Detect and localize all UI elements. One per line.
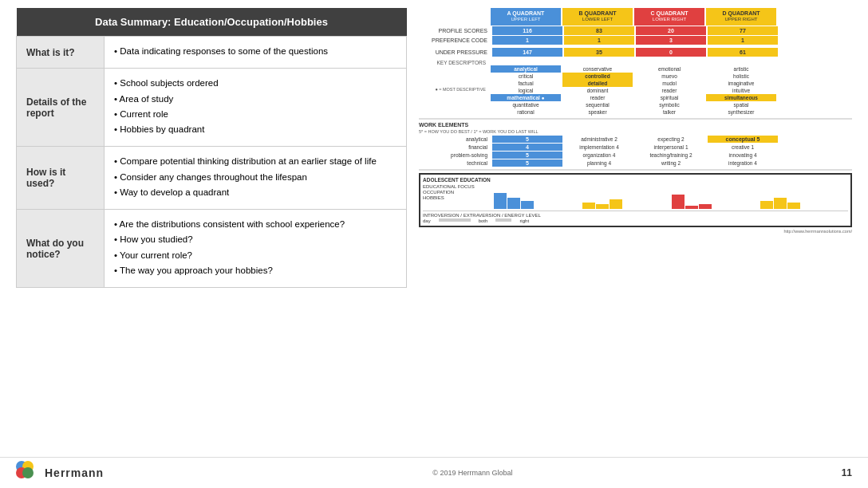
list-item: Hobbies by quadrant <box>114 123 397 136</box>
kd-spacer-c <box>634 60 704 65</box>
kd-c-7: talker <box>634 108 704 116</box>
section-div-2 <box>419 169 852 171</box>
work-row-4: technical 5 planning 4 writing 2 integra… <box>419 159 852 167</box>
work-row-1: analytical 5 administrative 2 expecting … <box>419 136 852 143</box>
list-item: School subjects ordered <box>114 77 397 90</box>
kd-d-4: intuitive <box>706 87 776 94</box>
intro-bars: day both right <box>423 218 848 223</box>
work-val-b2: implementation 4 <box>564 144 634 151</box>
logo-circle-green <box>22 467 34 478</box>
work-row-2: financial 4 implementation 4 interperson… <box>419 144 852 151</box>
work-val-b1: administrative 2 <box>564 136 634 143</box>
list-item: Way to develop a quadrant <box>114 186 397 199</box>
page: Data Summary: Education/Occupation/Hobbi… <box>0 0 868 488</box>
kd-row-1: analytical conservative emotional artist… <box>419 65 852 73</box>
kd-spacer-d <box>706 60 776 65</box>
list-item: Consider any changes throughout the life… <box>114 171 397 184</box>
kd-row-7: rational speaker talker synthesizer <box>419 108 852 116</box>
up-b: 35 <box>564 48 634 57</box>
up-c: 0 <box>636 48 706 57</box>
profile-score-c: 20 <box>636 26 706 35</box>
table-header-row: Data Summary: Education/Occupation/Hobbi… <box>17 8 407 37</box>
kd-b-4: dominant <box>562 87 633 94</box>
footer-logo: Herrmann <box>16 461 104 485</box>
work-val-b4: planning 4 <box>564 159 634 167</box>
footer-copyright: © 2019 Herrmann Global <box>432 469 512 477</box>
kd-b-1: conservative <box>562 65 633 73</box>
adol-bars-d <box>760 198 848 209</box>
kd-lbl-6 <box>419 101 489 108</box>
kd-d-1: artistic <box>706 65 776 73</box>
pref-c: 3 <box>636 36 706 45</box>
work-val-d3: innovating 4 <box>708 152 778 159</box>
work-val-c1: expecting 2 <box>636 136 706 143</box>
quadrant-header-b: B QUADRANT LOWER LEFT <box>562 8 633 26</box>
summary-table: Data Summary: Education/Occupation/Hobbi… <box>16 8 407 288</box>
work-val-a3: 5 <box>492 152 562 159</box>
under-pressure-row: UNDER PRESSURE 147 35 0 61 <box>419 48 852 57</box>
quadrant-data: A QUADRANT UPPER LEFT B QUADRANT LOWER L… <box>419 8 852 234</box>
table-title: Data Summary: Education/Occupation/Hobbi… <box>17 8 407 37</box>
list-item: Data indicating responses to some of the… <box>114 45 397 58</box>
list-item: The way you approach your hobbies? <box>114 264 397 277</box>
logo-text: Herrmann <box>45 466 104 479</box>
kd-b-7: speaker <box>562 108 633 116</box>
adolescent-box: ADOLESCENT EDUCATION EDUCATIONAL FOCUS O… <box>419 173 852 227</box>
work-val-c4: writing 2 <box>636 159 706 167</box>
kd-row-5: mathematical ● reader spiritual simultan… <box>419 94 852 101</box>
kd-a-2: critical <box>491 73 561 80</box>
list-item: Area of study <box>114 92 397 106</box>
kd-a-5: mathematical ● <box>491 94 561 101</box>
kd-c-1: emotional <box>634 65 704 73</box>
bar-b3 <box>610 199 622 209</box>
kd-row-4: ● = MOST DESCRIPTIVE logical dominant re… <box>419 87 852 94</box>
work-val-c3: teaching/training 2 <box>636 152 706 159</box>
details-list: School subjects ordered Area of study Cu… <box>114 77 397 136</box>
adol-content: ADOLESCENT EDUCATION EDUCATIONAL FOCUS O… <box>423 177 848 209</box>
kd-lbl-5 <box>419 94 489 101</box>
bar-c2 <box>685 206 698 209</box>
kd-c-5: spiritual <box>634 94 704 101</box>
main-content: Data Summary: Education/Occupation/Hobbi… <box>0 0 868 457</box>
work-lbl-3: problem-solving <box>419 152 491 158</box>
work-val-d2: creative 1 <box>708 144 778 151</box>
list-item: How you studied? <box>114 233 397 246</box>
bar-a1 <box>494 193 507 209</box>
pref-b: 1 <box>564 36 634 45</box>
website-link: http://www.herrmannsolutions.com/ <box>419 229 852 234</box>
key-desc-header-row: KEY DESCRIPTORS <box>419 60 852 65</box>
work-val-a1: 5 <box>492 136 562 143</box>
row-content-how: Compare potential thinking distribution … <box>105 147 407 210</box>
kd-lbl-1 <box>419 65 489 73</box>
left-panel: Data Summary: Education/Occupation/Hobbi… <box>16 8 407 449</box>
list-item: Current role <box>114 108 397 121</box>
row-content-details: School subjects ordered Area of study Cu… <box>105 69 407 147</box>
work-val-b3: organization 4 <box>564 152 634 159</box>
profile-scores-row: PROFILE SCORES 116 83 20 77 <box>419 26 852 35</box>
work-val-a4: 5 <box>492 159 562 167</box>
work-lbl-4: technical <box>419 160 491 166</box>
kd-d-6: spatial <box>706 101 776 108</box>
bar-c1 <box>672 195 685 209</box>
kd-a-1: analytical <box>491 65 561 73</box>
bar-a3 <box>521 201 534 209</box>
kd-spacer-a <box>491 60 561 65</box>
profile-score-d: 77 <box>708 26 778 35</box>
adol-bars-a <box>494 193 582 209</box>
kd-b-2: controlled <box>562 73 633 80</box>
work-val-d4: integration 4 <box>708 159 778 167</box>
work-lbl-1: analytical <box>419 136 491 142</box>
quadrant-header-row: A QUADRANT UPPER LEFT B QUADRANT LOWER L… <box>419 8 852 26</box>
kd-row-6: quantitative sequential symbolic spatial <box>419 101 852 108</box>
section-div-1 <box>419 118 852 120</box>
introversion-section: INTROVERSION / EXTRAVERSION / ENERGY LEV… <box>423 211 848 223</box>
adol-bars-c <box>672 195 760 209</box>
kd-lbl-2 <box>419 73 489 80</box>
footer-page-number: 11 <box>842 467 852 478</box>
logo-circles <box>16 461 40 485</box>
row-label-how: How is it used? <box>17 147 105 210</box>
work-val-a2: 4 <box>492 144 562 151</box>
bar-a2 <box>507 198 520 209</box>
profile-score-b: 83 <box>564 26 634 35</box>
table-row: What do you notice? Are the distribution… <box>17 210 407 288</box>
